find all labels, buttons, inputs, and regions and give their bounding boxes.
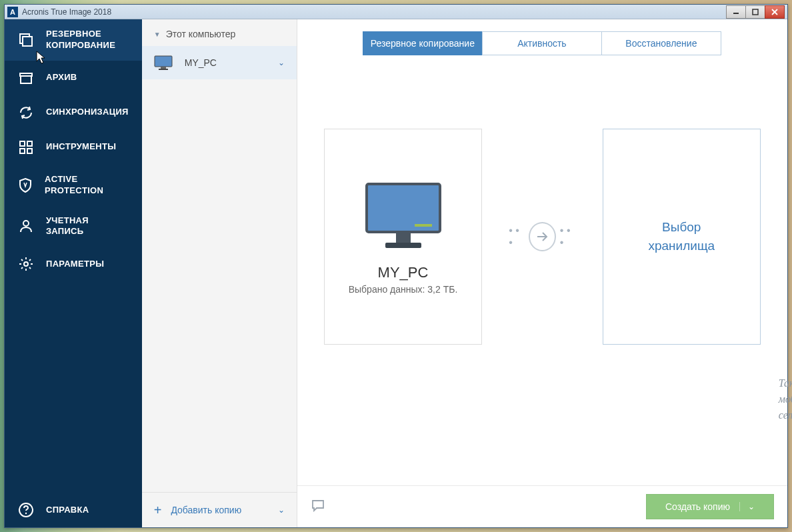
app-body: РЕЗЕРВНОЕ КОПИРОВАНИЕ АРХИВ СИНХРОНИЗАЦИ… (5, 19, 787, 527)
list-item-label: MY_PC (185, 57, 278, 68)
destination-line2: хранилища (648, 237, 715, 256)
add-backup-button[interactable]: + Добавить копию ⌄ (142, 492, 297, 527)
svg-rect-8 (20, 141, 25, 146)
sidebar-item-label: СИНХРОНИЗАЦИЯ (46, 107, 129, 118)
sidebar-item-active-protection[interactable]: ACTIVE PROTECTION (5, 165, 142, 206)
svg-rect-22 (385, 243, 421, 248)
dots-icon: • • • (509, 225, 525, 249)
create-button-label: Создать копию (665, 501, 730, 512)
help-icon (18, 502, 34, 518)
shield-icon (18, 177, 33, 193)
chevron-down-icon[interactable]: ⌄ (739, 502, 755, 511)
chevron-down-icon: ⌄ (278, 505, 285, 515)
user-icon (18, 218, 34, 234)
sidebar-item-label: ПАРАМЕТРЫ (46, 259, 104, 270)
tab-restore[interactable]: Восстановление (601, 31, 721, 55)
sidebar-item-label: АРХИВ (46, 72, 77, 83)
source-title: MY_PC (378, 264, 429, 281)
list-header-label: Этот компьютер (166, 29, 236, 39)
sidebar-item-account[interactable]: УЧЕТНАЯ ЗАПИСЬ (5, 206, 142, 247)
titlebar[interactable]: A Acronis True Image 2018 (5, 5, 787, 19)
sidebar-item-archive[interactable]: АРХИВ (5, 61, 142, 95)
sidebar-item-label: УЧЕТНАЯ ЗАПИСЬ (46, 215, 129, 238)
grid-icon (18, 139, 34, 155)
tab-label: Активность (517, 38, 567, 49)
tab-label: Восстановление (625, 38, 697, 49)
svg-rect-7 (21, 76, 31, 83)
plus-icon: + (154, 503, 162, 517)
source-subtitle: Выбрано данных: 3,2 ТБ. (349, 284, 458, 295)
svg-rect-5 (23, 37, 32, 46)
chevron-down-icon: ▼ (154, 31, 161, 38)
backup-list-column: ▼ Этот компьютер MY_PC ⌄ + Добавить копи… (142, 19, 297, 527)
sidebar-item-help[interactable]: СПРАВКА (5, 493, 142, 527)
sidebar-item-label: СПРАВКА (46, 505, 89, 516)
svg-rect-17 (161, 67, 166, 69)
sidebar-item-backup[interactable]: РЕЗЕРВНОЕ КОПИРОВАНИЕ (5, 19, 142, 61)
sidebar-item-sync[interactable]: СИНХРОНИЗАЦИЯ (5, 95, 142, 130)
maximize-button[interactable] (745, 5, 765, 19)
svg-point-13 (24, 262, 28, 266)
svg-rect-10 (20, 149, 25, 153)
app-icon: A (7, 7, 18, 17)
chevron-down-icon: ⌄ (278, 58, 285, 67)
minimize-icon (733, 9, 739, 15)
backup-source-card[interactable]: MY_PC Выбрано данных: 3,2 ТБ. (324, 129, 482, 345)
svg-point-15 (25, 513, 27, 514)
hint-text: Также доступны диски, файлы, мобильные у… (779, 375, 792, 423)
tab-activity[interactable]: Активность (482, 31, 602, 55)
svg-rect-20 (415, 224, 432, 227)
sidebar-item-label: ACTIVE PROTECTION (45, 174, 129, 197)
add-backup-label: Добавить копию (171, 505, 277, 515)
svg-rect-16 (155, 56, 172, 67)
main-window: A Acronis True Image 2018 РЕЗЕРВНОЕ КОПИ… (4, 4, 788, 528)
sidebar-item-tools[interactable]: ИНСТРУМЕНТЫ (5, 130, 142, 165)
sidebar: РЕЗЕРВНОЕ КОПИРОВАНИЕ АРХИВ СИНХРОНИЗАЦИ… (5, 19, 142, 527)
svg-rect-1 (753, 9, 758, 15)
destination-line1: Выбор (662, 218, 701, 237)
comment-icon[interactable] (311, 499, 325, 515)
create-backup-button[interactable]: Создать копию ⌄ (646, 494, 774, 519)
close-icon (771, 9, 778, 15)
tab-backup[interactable]: Резервное копирование (363, 31, 483, 55)
maximize-icon (752, 9, 759, 15)
arrow-right-icon (529, 222, 556, 251)
close-button[interactable] (765, 5, 785, 19)
svg-rect-11 (27, 149, 32, 153)
sidebar-item-label: ИНСТРУМЕНТЫ (46, 141, 116, 153)
dots-icon: • • • (560, 225, 576, 249)
svg-rect-9 (27, 141, 32, 146)
main-content: MY_PC Выбрано данных: 3,2 ТБ. • • • • • … (297, 55, 787, 485)
svg-rect-21 (396, 233, 411, 243)
window-controls (727, 5, 785, 19)
main-column: Резервное копирование Активность Восстан… (297, 19, 787, 527)
archive-icon (18, 70, 34, 86)
sync-icon (18, 105, 34, 121)
tab-label: Резервное копирование (371, 38, 475, 49)
gear-icon (18, 256, 34, 272)
monitor-illustration (360, 179, 447, 252)
backup-list-item[interactable]: MY_PC ⌄ (142, 46, 297, 79)
minimize-button[interactable] (726, 5, 746, 19)
backup-icon (18, 32, 34, 48)
sidebar-item-settings[interactable]: ПАРАМЕТРЫ (5, 247, 142, 281)
flow-arrow: • • • • • • (509, 222, 575, 251)
backup-destination-card[interactable]: Выбор хранилища (603, 129, 761, 345)
app-title: Acronis True Image 2018 (22, 7, 111, 17)
list-header[interactable]: ▼ Этот компьютер (142, 19, 297, 46)
main-footer: Создать копию ⌄ (297, 485, 787, 527)
svg-point-12 (23, 221, 29, 226)
tab-bar: Резервное копирование Активность Восстан… (297, 19, 787, 55)
monitor-icon (154, 55, 173, 70)
svg-rect-18 (159, 69, 168, 70)
sidebar-item-label: РЕЗЕРВНОЕ КОПИРОВАНИЕ (46, 29, 129, 51)
